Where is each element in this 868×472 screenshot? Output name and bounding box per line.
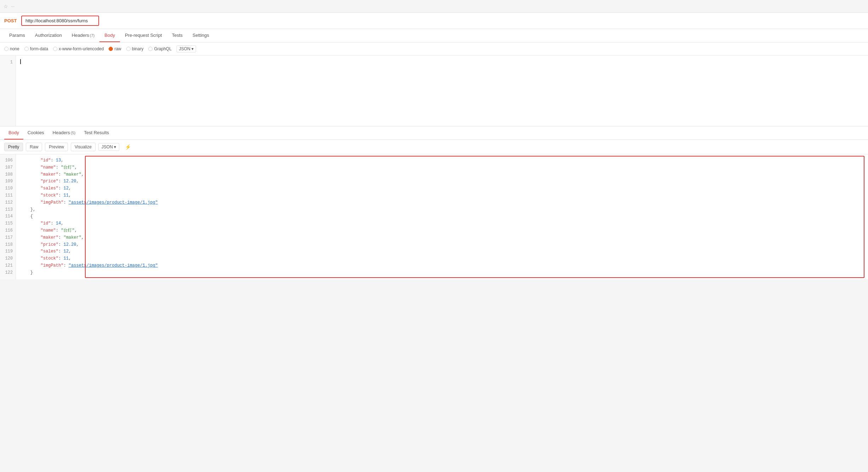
request-bar: POST http://localhost:8080/ssm/furns	[0, 13, 868, 29]
body-type-graphql[interactable]: GraphQL	[148, 46, 171, 51]
body-type-binary[interactable]: binary	[126, 46, 144, 51]
tab-settings[interactable]: Settings	[188, 29, 214, 42]
body-type-urlencoded[interactable]: x-www-form-urlencoded	[53, 46, 104, 51]
resp-tab-test-results[interactable]: Test Results	[80, 126, 113, 140]
radio-form-data	[24, 47, 29, 51]
request-editor[interactable]: 1	[0, 56, 868, 126]
response-format-dropdown[interactable]: JSON ▾	[98, 143, 119, 151]
radio-binary	[126, 47, 131, 51]
request-tabs: Params Authorization Headers(7) Body Pre…	[0, 29, 868, 42]
resp-tab-cookies[interactable]: Cookies	[23, 126, 48, 140]
view-raw-button[interactable]: Raw	[26, 143, 42, 151]
resp-tab-body[interactable]: Body	[4, 126, 23, 140]
view-preview-button[interactable]: Preview	[45, 143, 68, 151]
response-section: Body Cookies Headers(5) Test Results Pre…	[0, 126, 868, 279]
text-cursor	[20, 59, 21, 64]
tab-pre-request-script[interactable]: Pre-request Script	[120, 29, 167, 42]
json-format-dropdown[interactable]: JSON ▾	[177, 45, 196, 52]
radio-none	[4, 47, 8, 51]
json-line-numbers: 1061071081091101111121131141151161171181…	[0, 154, 16, 279]
body-type-bar: none form-data x-www-form-urlencoded raw…	[0, 42, 868, 56]
view-visualize-button[interactable]: Visualize	[71, 143, 96, 151]
top-bar: ☆ ···	[0, 0, 868, 13]
body-type-form-data[interactable]: form-data	[24, 46, 48, 51]
filter-icon[interactable]: ⚡	[122, 143, 134, 151]
body-type-none[interactable]: none	[4, 46, 19, 51]
request-url[interactable]: http://localhost:8080/ssm/furns	[21, 16, 99, 26]
resp-tab-headers[interactable]: Headers(5)	[48, 126, 80, 140]
json-body: "id": 13, "name": "台灯", "maker": "maker"…	[16, 154, 868, 279]
radio-graphql	[148, 47, 153, 51]
tab-headers[interactable]: Headers(7)	[67, 29, 100, 42]
editor-content-area[interactable]	[16, 56, 868, 126]
tab-tests[interactable]: Tests	[167, 29, 188, 42]
json-output: 1061071081091101111121131141151161171181…	[0, 154, 868, 279]
more-icon[interactable]: ···	[11, 4, 15, 9]
http-method[interactable]: POST	[4, 18, 18, 23]
response-tabs: Body Cookies Headers(5) Test Results	[0, 126, 868, 140]
editor-cursor-line	[20, 59, 864, 64]
radio-urlencoded	[53, 47, 57, 51]
tab-authorization[interactable]: Authorization	[30, 29, 67, 42]
editor-line-numbers: 1	[0, 56, 16, 126]
response-controls: Pretty Raw Preview Visualize JSON ▾ ⚡	[0, 140, 868, 154]
star-icon[interactable]: ☆	[4, 4, 8, 9]
radio-raw	[109, 47, 113, 51]
body-type-raw[interactable]: raw	[109, 46, 121, 51]
view-pretty-button[interactable]: Pretty	[4, 143, 23, 151]
tab-params[interactable]: Params	[4, 29, 30, 42]
tab-body[interactable]: Body	[99, 29, 120, 42]
